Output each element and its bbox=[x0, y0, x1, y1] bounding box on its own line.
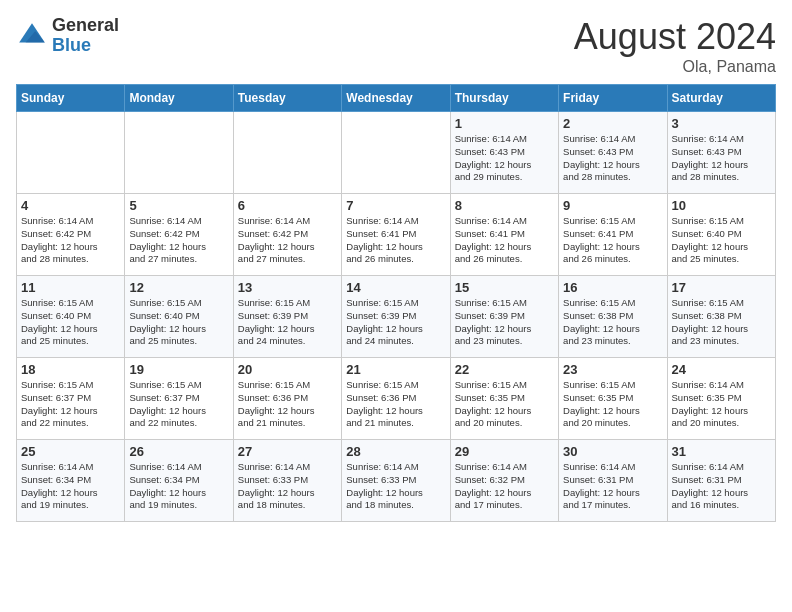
calendar-cell: 2Sunrise: 6:14 AM Sunset: 6:43 PM Daylig… bbox=[559, 112, 667, 194]
day-number: 18 bbox=[21, 362, 120, 377]
day-info: Sunrise: 6:14 AM Sunset: 6:42 PM Dayligh… bbox=[21, 215, 120, 266]
day-info: Sunrise: 6:14 AM Sunset: 6:43 PM Dayligh… bbox=[455, 133, 554, 184]
day-number: 19 bbox=[129, 362, 228, 377]
day-number: 14 bbox=[346, 280, 445, 295]
logo-icon bbox=[16, 20, 48, 52]
page-header: General Blue August 2024 Ola, Panama bbox=[16, 16, 776, 76]
day-number: 1 bbox=[455, 116, 554, 131]
day-info: Sunrise: 6:15 AM Sunset: 6:41 PM Dayligh… bbox=[563, 215, 662, 266]
day-info: Sunrise: 6:15 AM Sunset: 6:40 PM Dayligh… bbox=[21, 297, 120, 348]
day-info: Sunrise: 6:14 AM Sunset: 6:41 PM Dayligh… bbox=[455, 215, 554, 266]
calendar-cell: 8Sunrise: 6:14 AM Sunset: 6:41 PM Daylig… bbox=[450, 194, 558, 276]
weekday-monday: Monday bbox=[125, 85, 233, 112]
calendar-cell bbox=[17, 112, 125, 194]
calendar-cell: 18Sunrise: 6:15 AM Sunset: 6:37 PM Dayli… bbox=[17, 358, 125, 440]
weekday-tuesday: Tuesday bbox=[233, 85, 341, 112]
week-row-2: 4Sunrise: 6:14 AM Sunset: 6:42 PM Daylig… bbox=[17, 194, 776, 276]
day-number: 21 bbox=[346, 362, 445, 377]
day-info: Sunrise: 6:14 AM Sunset: 6:31 PM Dayligh… bbox=[672, 461, 771, 512]
calendar-cell: 24Sunrise: 6:14 AM Sunset: 6:35 PM Dayli… bbox=[667, 358, 775, 440]
logo-blue: Blue bbox=[52, 36, 119, 56]
day-number: 12 bbox=[129, 280, 228, 295]
day-number: 23 bbox=[563, 362, 662, 377]
calendar-cell: 15Sunrise: 6:15 AM Sunset: 6:39 PM Dayli… bbox=[450, 276, 558, 358]
day-info: Sunrise: 6:14 AM Sunset: 6:32 PM Dayligh… bbox=[455, 461, 554, 512]
day-info: Sunrise: 6:14 AM Sunset: 6:34 PM Dayligh… bbox=[21, 461, 120, 512]
day-number: 28 bbox=[346, 444, 445, 459]
day-info: Sunrise: 6:14 AM Sunset: 6:35 PM Dayligh… bbox=[672, 379, 771, 430]
day-number: 8 bbox=[455, 198, 554, 213]
day-info: Sunrise: 6:14 AM Sunset: 6:31 PM Dayligh… bbox=[563, 461, 662, 512]
calendar-cell bbox=[125, 112, 233, 194]
calendar-cell: 19Sunrise: 6:15 AM Sunset: 6:37 PM Dayli… bbox=[125, 358, 233, 440]
day-info: Sunrise: 6:15 AM Sunset: 6:35 PM Dayligh… bbox=[563, 379, 662, 430]
day-number: 20 bbox=[238, 362, 337, 377]
day-number: 15 bbox=[455, 280, 554, 295]
calendar-cell: 11Sunrise: 6:15 AM Sunset: 6:40 PM Dayli… bbox=[17, 276, 125, 358]
day-number: 11 bbox=[21, 280, 120, 295]
day-info: Sunrise: 6:14 AM Sunset: 6:43 PM Dayligh… bbox=[672, 133, 771, 184]
calendar-body: 1Sunrise: 6:14 AM Sunset: 6:43 PM Daylig… bbox=[17, 112, 776, 522]
calendar-cell: 20Sunrise: 6:15 AM Sunset: 6:36 PM Dayli… bbox=[233, 358, 341, 440]
calendar-cell: 1Sunrise: 6:14 AM Sunset: 6:43 PM Daylig… bbox=[450, 112, 558, 194]
calendar-cell: 10Sunrise: 6:15 AM Sunset: 6:40 PM Dayli… bbox=[667, 194, 775, 276]
day-number: 4 bbox=[21, 198, 120, 213]
day-info: Sunrise: 6:15 AM Sunset: 6:39 PM Dayligh… bbox=[346, 297, 445, 348]
weekday-sunday: Sunday bbox=[17, 85, 125, 112]
day-number: 30 bbox=[563, 444, 662, 459]
week-row-4: 18Sunrise: 6:15 AM Sunset: 6:37 PM Dayli… bbox=[17, 358, 776, 440]
weekday-row: SundayMondayTuesdayWednesdayThursdayFrid… bbox=[17, 85, 776, 112]
day-info: Sunrise: 6:15 AM Sunset: 6:35 PM Dayligh… bbox=[455, 379, 554, 430]
calendar-table: SundayMondayTuesdayWednesdayThursdayFrid… bbox=[16, 84, 776, 522]
day-info: Sunrise: 6:15 AM Sunset: 6:40 PM Dayligh… bbox=[672, 215, 771, 266]
calendar-cell bbox=[342, 112, 450, 194]
calendar-cell: 4Sunrise: 6:14 AM Sunset: 6:42 PM Daylig… bbox=[17, 194, 125, 276]
day-info: Sunrise: 6:14 AM Sunset: 6:42 PM Dayligh… bbox=[129, 215, 228, 266]
calendar-cell: 12Sunrise: 6:15 AM Sunset: 6:40 PM Dayli… bbox=[125, 276, 233, 358]
day-info: Sunrise: 6:15 AM Sunset: 6:37 PM Dayligh… bbox=[21, 379, 120, 430]
day-info: Sunrise: 6:15 AM Sunset: 6:40 PM Dayligh… bbox=[129, 297, 228, 348]
weekday-thursday: Thursday bbox=[450, 85, 558, 112]
day-info: Sunrise: 6:15 AM Sunset: 6:39 PM Dayligh… bbox=[238, 297, 337, 348]
weekday-friday: Friday bbox=[559, 85, 667, 112]
calendar-cell: 30Sunrise: 6:14 AM Sunset: 6:31 PM Dayli… bbox=[559, 440, 667, 522]
day-info: Sunrise: 6:15 AM Sunset: 6:39 PM Dayligh… bbox=[455, 297, 554, 348]
calendar-cell: 3Sunrise: 6:14 AM Sunset: 6:43 PM Daylig… bbox=[667, 112, 775, 194]
calendar-cell: 16Sunrise: 6:15 AM Sunset: 6:38 PM Dayli… bbox=[559, 276, 667, 358]
calendar-cell: 9Sunrise: 6:15 AM Sunset: 6:41 PM Daylig… bbox=[559, 194, 667, 276]
day-number: 25 bbox=[21, 444, 120, 459]
day-number: 16 bbox=[563, 280, 662, 295]
calendar-cell: 23Sunrise: 6:15 AM Sunset: 6:35 PM Dayli… bbox=[559, 358, 667, 440]
calendar-cell: 5Sunrise: 6:14 AM Sunset: 6:42 PM Daylig… bbox=[125, 194, 233, 276]
day-info: Sunrise: 6:14 AM Sunset: 6:34 PM Dayligh… bbox=[129, 461, 228, 512]
day-number: 22 bbox=[455, 362, 554, 377]
calendar-cell: 6Sunrise: 6:14 AM Sunset: 6:42 PM Daylig… bbox=[233, 194, 341, 276]
calendar-cell bbox=[233, 112, 341, 194]
week-row-1: 1Sunrise: 6:14 AM Sunset: 6:43 PM Daylig… bbox=[17, 112, 776, 194]
day-info: Sunrise: 6:15 AM Sunset: 6:38 PM Dayligh… bbox=[672, 297, 771, 348]
calendar-cell: 14Sunrise: 6:15 AM Sunset: 6:39 PM Dayli… bbox=[342, 276, 450, 358]
day-number: 6 bbox=[238, 198, 337, 213]
day-number: 2 bbox=[563, 116, 662, 131]
day-info: Sunrise: 6:14 AM Sunset: 6:33 PM Dayligh… bbox=[346, 461, 445, 512]
logo: General Blue bbox=[16, 16, 119, 56]
day-info: Sunrise: 6:15 AM Sunset: 6:36 PM Dayligh… bbox=[238, 379, 337, 430]
day-number: 31 bbox=[672, 444, 771, 459]
month-title: August 2024 bbox=[574, 16, 776, 58]
calendar-cell: 26Sunrise: 6:14 AM Sunset: 6:34 PM Dayli… bbox=[125, 440, 233, 522]
calendar-cell: 25Sunrise: 6:14 AM Sunset: 6:34 PM Dayli… bbox=[17, 440, 125, 522]
day-info: Sunrise: 6:15 AM Sunset: 6:37 PM Dayligh… bbox=[129, 379, 228, 430]
calendar-cell: 13Sunrise: 6:15 AM Sunset: 6:39 PM Dayli… bbox=[233, 276, 341, 358]
day-info: Sunrise: 6:14 AM Sunset: 6:41 PM Dayligh… bbox=[346, 215, 445, 266]
week-row-3: 11Sunrise: 6:15 AM Sunset: 6:40 PM Dayli… bbox=[17, 276, 776, 358]
day-number: 29 bbox=[455, 444, 554, 459]
day-number: 9 bbox=[563, 198, 662, 213]
day-number: 3 bbox=[672, 116, 771, 131]
calendar-header: SundayMondayTuesdayWednesdayThursdayFrid… bbox=[17, 85, 776, 112]
logo-general: General bbox=[52, 16, 119, 36]
calendar-cell: 31Sunrise: 6:14 AM Sunset: 6:31 PM Dayli… bbox=[667, 440, 775, 522]
day-info: Sunrise: 6:15 AM Sunset: 6:36 PM Dayligh… bbox=[346, 379, 445, 430]
calendar-cell: 27Sunrise: 6:14 AM Sunset: 6:33 PM Dayli… bbox=[233, 440, 341, 522]
day-number: 7 bbox=[346, 198, 445, 213]
day-number: 26 bbox=[129, 444, 228, 459]
